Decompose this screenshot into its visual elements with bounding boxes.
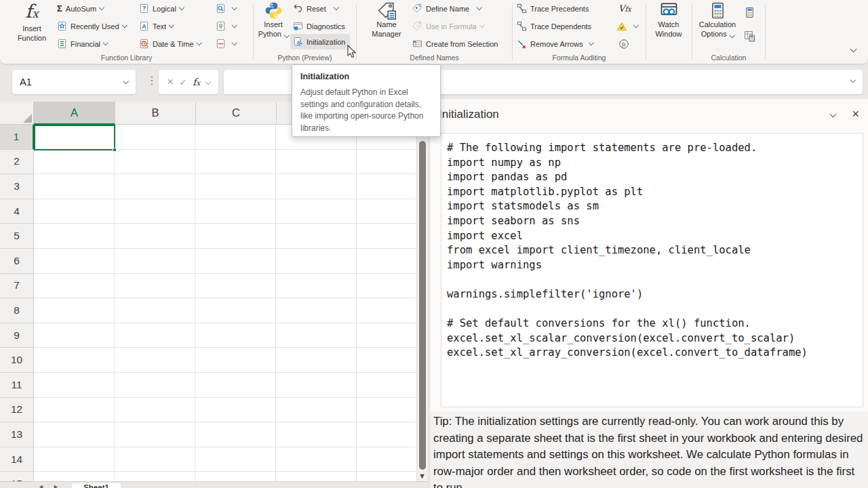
trace-dependents-button[interactable]: Trace Dependents	[517, 18, 591, 34]
error-checking-button[interactable]	[616, 18, 638, 34]
scroll-down-arrow-icon[interactable]: ▼	[418, 472, 426, 480]
calculate-now-button[interactable]	[744, 5, 755, 20]
create-from-selection-button[interactable]: Create from Selection	[412, 36, 498, 52]
code-line: # The following import statements are pr…	[447, 141, 857, 156]
insert-function-button[interactable]: fx Insert Function	[12, 1, 52, 43]
name-box[interactable]: A1	[12, 70, 136, 94]
code-line: import numpy as np	[447, 156, 857, 171]
collapse-ribbon-chevron-icon[interactable]	[850, 46, 857, 53]
row-header-13[interactable]: 13	[0, 422, 34, 447]
insert-python-label: Insert	[264, 20, 283, 29]
trace-dependents-label: Trace Dependents	[530, 22, 591, 30]
row-header-11[interactable]: 11	[0, 373, 34, 398]
trace-precedents-button[interactable]: Trace Precedents	[517, 1, 589, 16]
sheet-tab-strip: ◄ ► Sheet1	[0, 481, 428, 488]
recently-used-label: Recently Used	[71, 22, 119, 30]
next-sheet-icon[interactable]: ►	[53, 483, 59, 488]
chevron-down-icon	[196, 40, 201, 45]
autosum-button[interactable]: Σ AutoSum	[57, 1, 104, 16]
initialization-pane: Initialization × # The following import …	[429, 99, 868, 488]
insert-function-label2: Function	[18, 33, 46, 43]
row-header-14[interactable]: 14	[0, 447, 34, 472]
logical-button[interactable]: ? Logical	[139, 1, 183, 16]
name-manager-button[interactable]: Name Manager	[368, 1, 406, 39]
enter-icon[interactable]: ✓	[180, 77, 187, 87]
define-name-button[interactable]: Define Name	[412, 1, 481, 16]
cancel-icon[interactable]: ×	[167, 76, 173, 88]
watch-window-button[interactable]: Watch Window	[650, 1, 688, 39]
column-header-a[interactable]: A	[34, 102, 115, 125]
row-header-8[interactable]: 8	[0, 298, 34, 323]
tooltip: Initialization Adjust default Python in …	[292, 64, 441, 137]
formula-bar-expand-chevron-icon[interactable]	[850, 77, 855, 83]
text-label: Text	[153, 22, 166, 30]
define-name-label: Define Name	[426, 5, 469, 13]
insert-function-fx-icon[interactable]: fx	[193, 77, 200, 87]
lookup-reference-button[interactable]	[216, 1, 237, 16]
group-separator	[765, 3, 766, 60]
remove-arrows-label: Remove Arrows	[530, 40, 583, 48]
initialization-button[interactable]: Initialization	[290, 34, 350, 49]
svg-text:A: A	[142, 23, 146, 30]
fill-handle[interactable]	[113, 148, 117, 152]
autosum-label: AutoSum	[66, 5, 96, 13]
use-in-formula-label: Use in Formula	[426, 22, 477, 30]
reset-button[interactable]: Reset	[293, 1, 338, 16]
sheet-tab-active[interactable]: Sheet1	[72, 483, 121, 488]
column-header-c[interactable]: C	[196, 102, 277, 125]
diagnostics-button[interactable]: i Diagnostics	[293, 18, 345, 34]
row-header-3[interactable]: 3	[0, 174, 34, 199]
show-formulas-button[interactable]: Vfx	[618, 1, 631, 16]
column-header-b[interactable]: B	[115, 102, 196, 125]
row-header-4[interactable]: 4	[0, 199, 34, 224]
select-all-corner[interactable]	[0, 102, 34, 125]
grid-cells[interactable]	[34, 125, 416, 481]
previous-sheet-icon[interactable]: ◄	[38, 483, 44, 488]
chevron-down-icon	[232, 5, 237, 10]
evaluate-formula-button[interactable]: fx	[618, 36, 633, 52]
pane-close-icon[interactable]: ×	[852, 108, 859, 120]
row-header-1[interactable]: 1	[0, 125, 34, 150]
row-header-12[interactable]: 12	[0, 398, 34, 423]
code-line: excel.set_xl_scalar_conversion(excel.con…	[447, 331, 857, 346]
trace-precedents-label: Trace Precedents	[530, 5, 589, 13]
math-trig-button[interactable]: θ	[216, 18, 237, 34]
chevron-down-icon	[232, 22, 237, 28]
text-button[interactable]: A Text	[139, 18, 174, 34]
pane-collapse-chevron-icon[interactable]	[830, 111, 837, 118]
selected-cell-a1[interactable]	[34, 125, 115, 150]
chevron-down-icon	[284, 32, 290, 37]
svg-text:fx: fx	[416, 24, 420, 28]
evaluate-formula-icon: fx	[618, 39, 629, 49]
more-functions-button[interactable]	[216, 36, 237, 52]
date-time-button[interactable]: Date & Time	[139, 36, 201, 52]
financial-button[interactable]: Financial	[57, 36, 108, 52]
row-header-10[interactable]: 10	[0, 348, 34, 373]
initialization-code[interactable]: # The following import statements are pr…	[441, 133, 863, 407]
row-header-2[interactable]: 2	[0, 150, 34, 175]
row-header-9[interactable]: 9	[0, 323, 34, 348]
insert-function-icon: fx	[25, 1, 39, 24]
row-header-7[interactable]: 7	[0, 274, 34, 299]
row-header-5[interactable]: 5	[0, 224, 34, 249]
formula-bar-resize-handle[interactable]: ⋮	[146, 74, 157, 87]
calculate-sheet-button[interactable]	[744, 28, 755, 44]
trace-precedents-icon	[517, 3, 527, 14]
diagnostics-label: Diagnostics	[307, 22, 345, 30]
remove-arrows-button[interactable]: Remove Arrows	[517, 36, 593, 52]
recently-used-button[interactable]: Recently Used	[57, 18, 126, 34]
name-manager-icon	[378, 1, 396, 20]
insert-python-button[interactable]: Insert Python	[256, 1, 290, 39]
initialization-label: Initialization	[307, 38, 345, 46]
chevron-down-icon	[121, 22, 127, 28]
insert-python-label2: Python	[258, 29, 289, 39]
code-line: warnings.simplefilter('ignore')	[447, 287, 857, 302]
code-line: excel.set_xl_array_conversion(excel.conv…	[447, 346, 857, 361]
logical-label: Logical	[153, 5, 176, 13]
vertical-scrollbar-thumb[interactable]	[419, 141, 426, 470]
sheet-tab-label: Sheet1	[83, 483, 109, 488]
use-in-formula-button: fx Use in Formula	[412, 18, 484, 34]
vertical-scrollbar[interactable]: ▼	[416, 102, 428, 481]
calculation-options-button[interactable]: Calculation Options	[695, 1, 740, 39]
row-header-6[interactable]: 6	[0, 249, 34, 274]
